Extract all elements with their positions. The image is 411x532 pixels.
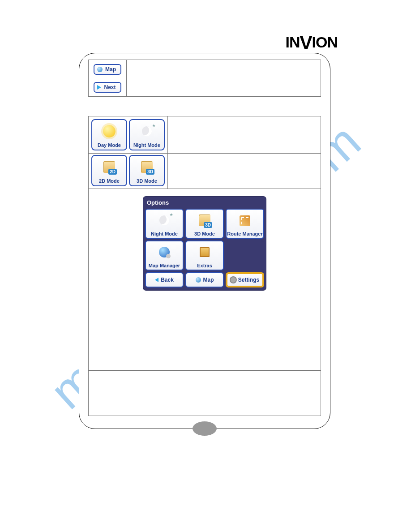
options-panel: Options Night Mode 3D 3D Mode Route Mana… — [143, 197, 266, 290]
day-mode-button[interactable]: Day Mode — [91, 119, 127, 150]
day-mode-label: Day Mode — [98, 142, 121, 148]
cell-map-button: Map — [89, 60, 127, 79]
settings-button-label: Settings — [238, 277, 259, 283]
map-button-label: Map — [105, 66, 116, 73]
table-row: 2D 2D Mode 3D 3D Mode — [88, 153, 321, 189]
cell-2d-3d: 2D 2D Mode 3D 3D Mode — [89, 153, 168, 189]
play-icon — [97, 85, 101, 90]
opt-map-manager-button[interactable]: Map Manager — [145, 240, 184, 270]
opt-mapmgr-label: Map Manager — [149, 263, 180, 268]
gear-icon — [231, 277, 236, 283]
night-mode-button[interactable]: Night Mode — [129, 119, 165, 150]
2d-mode-button[interactable]: 2D 2D Mode — [91, 155, 127, 186]
3d-mode-label: 3D Mode — [137, 178, 157, 184]
opt-3d-mode-label: 3D Mode — [194, 231, 215, 236]
opt-route-label: Route Manager — [227, 232, 262, 236]
back-arrow-icon — [155, 278, 158, 282]
map-button-footer[interactable]: Map — [185, 272, 224, 287]
3d-mode-button[interactable]: 3D 3D Mode — [129, 155, 165, 186]
2d-mode-label: 2D Mode — [99, 178, 120, 184]
badge-3d: 3D — [204, 222, 212, 228]
opt-night-mode-button[interactable]: Night Mode — [145, 209, 184, 239]
globe-icon — [196, 277, 201, 283]
next-button[interactable]: Next — [94, 82, 121, 93]
options-footer: Back Map Settings — [145, 272, 264, 287]
table-row: Day Mode Night Mode — [88, 116, 321, 154]
badge-3d: 3D — [146, 169, 154, 175]
moon-icon — [159, 215, 169, 225]
back-button-label: Back — [161, 277, 174, 283]
cell-next-button: Next — [89, 78, 127, 96]
next-button-label: Next — [104, 84, 116, 90]
opt-extras-label: Extras — [197, 263, 212, 268]
route-icon — [240, 215, 250, 226]
opt-empty-slot — [226, 240, 264, 270]
map-2d-icon: 2D — [103, 161, 115, 173]
earth-icon — [159, 247, 170, 257]
map-button[interactable]: Map — [94, 64, 121, 75]
opt-route-manager-button[interactable]: Route Manager — [226, 209, 264, 239]
settings-button[interactable]: Settings — [226, 272, 264, 287]
table-row-screenshot: Options Night Mode 3D 3D Mode Route Mana… — [88, 189, 321, 370]
brand-logo: INVION — [286, 32, 338, 54]
table-row-empty — [88, 370, 321, 416]
opt-night-mode-label: Night Mode — [151, 231, 178, 236]
table-row: Next — [88, 78, 321, 97]
options-title: Options — [145, 198, 264, 209]
map-3d-icon: 3D — [141, 161, 153, 173]
home-button-icon — [193, 421, 217, 436]
map-button-footer-label: Map — [203, 277, 214, 283]
opt-extras-button[interactable]: Extras — [185, 240, 224, 270]
badge-2d: 2D — [108, 169, 117, 175]
back-button[interactable]: Back — [145, 272, 184, 287]
map-3d-icon: 3D — [199, 215, 210, 226]
options-grid: Night Mode 3D 3D Mode Route Manager Map … — [145, 209, 264, 270]
package-icon — [200, 247, 210, 257]
table-row: Map — [88, 60, 321, 79]
sun-icon — [103, 125, 116, 137]
moon-icon — [142, 126, 152, 136]
night-mode-label: Night Mode — [133, 142, 160, 148]
opt-3d-mode-button[interactable]: 3D 3D Mode — [185, 209, 224, 239]
cell-day-night: Day Mode Night Mode — [89, 116, 168, 153]
device-frame: Map Next Day Mode Night Mode 2D — [79, 53, 330, 429]
globe-icon — [97, 67, 103, 72]
